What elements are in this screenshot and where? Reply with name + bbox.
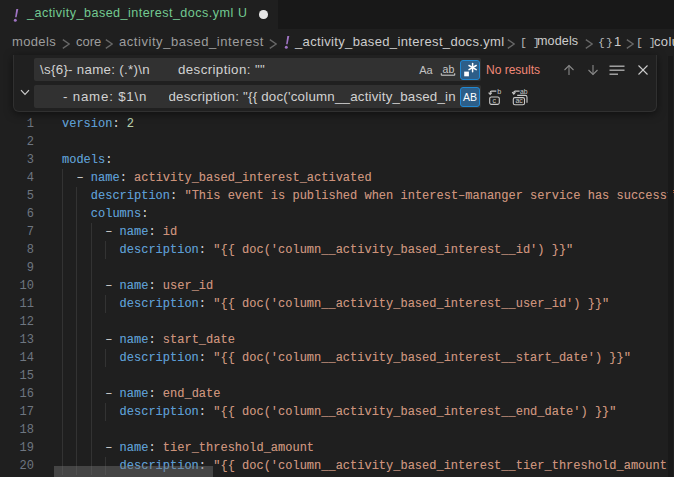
svg-text:ac: ac <box>515 97 523 104</box>
svg-text:c: c <box>493 97 497 104</box>
svg-text:ab: ab <box>443 63 455 75</box>
svg-text:ab: ab <box>520 88 528 95</box>
svg-text:b: b <box>497 88 501 96</box>
